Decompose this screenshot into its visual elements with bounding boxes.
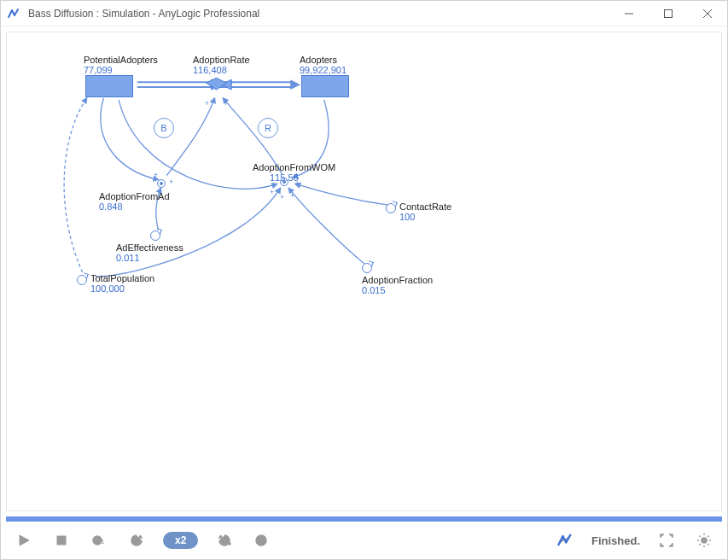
stop-button[interactable] xyxy=(50,529,73,551)
total-population-label: TotalPopulation 100,000 xyxy=(90,273,154,294)
adoption-from-wom-label: AdoptionFromWOM 115.56 xyxy=(253,162,335,183)
adoption-from-ad-label: AdoptionFromAd 0.848 xyxy=(99,191,170,212)
param-adoption-fraction[interactable] xyxy=(362,263,372,273)
slow-down-button[interactable] xyxy=(125,529,148,551)
play-button[interactable] xyxy=(13,529,35,551)
contact-rate-label: ContactRate 100 xyxy=(399,201,451,222)
loop-b: B xyxy=(154,118,174,138)
param-ad-effectiveness[interactable] xyxy=(150,230,160,241)
speed-up-button[interactable] xyxy=(213,529,236,551)
svg-rect-12 xyxy=(57,536,66,545)
svg-text:1: 1 xyxy=(101,538,105,545)
speed-real-button[interactable]: 1 xyxy=(88,529,110,551)
potential-adopters-label: PotentialAdopters 77,099 xyxy=(84,55,158,75)
loop-r: R xyxy=(258,118,278,138)
anylogic-logo-icon[interactable] xyxy=(554,529,576,551)
adoption-fraction-label: AdoptionFraction 0.015 xyxy=(362,275,433,295)
stock-potential-adopters[interactable] xyxy=(85,75,133,97)
svg-marker-11 xyxy=(20,535,29,545)
svg-marker-10 xyxy=(290,79,300,90)
model-canvas[interactable]: PotentialAdopters 77,099 Adopters 99,922… xyxy=(6,32,722,511)
maximize-button[interactable] xyxy=(649,1,688,26)
title-bar: Bass Diffusion : Simulation - AnyLogic P… xyxy=(1,1,727,26)
speed-indicator[interactable]: x2 xyxy=(163,532,198,549)
stock-adopters[interactable] xyxy=(301,75,349,97)
sim-toolbar: 1 x2 Finished. xyxy=(1,522,727,559)
settings-button[interactable] xyxy=(693,529,715,551)
param-contact-rate[interactable] xyxy=(386,203,396,213)
fullscreen-button[interactable] xyxy=(655,529,678,551)
fast-forward-button[interactable] xyxy=(251,529,273,551)
aux-adoption-from-ad[interactable] xyxy=(157,179,166,188)
close-button[interactable] xyxy=(688,1,727,26)
adoption-rate-label: AdoptionRate 116,408 xyxy=(193,55,250,75)
svg-rect-1 xyxy=(665,9,673,17)
app-icon xyxy=(1,7,26,20)
param-total-population[interactable] xyxy=(77,275,87,285)
simulation-status: Finished. xyxy=(591,534,640,547)
ad-effectiveness-label: AdEffectiveness 0.011 xyxy=(116,242,183,263)
adopters-label: Adopters 99,922,901 xyxy=(300,55,347,75)
minimize-button[interactable] xyxy=(609,1,649,26)
window-title: Bass Diffusion : Simulation - AnyLogic P… xyxy=(26,8,609,20)
svg-point-19 xyxy=(702,538,707,543)
